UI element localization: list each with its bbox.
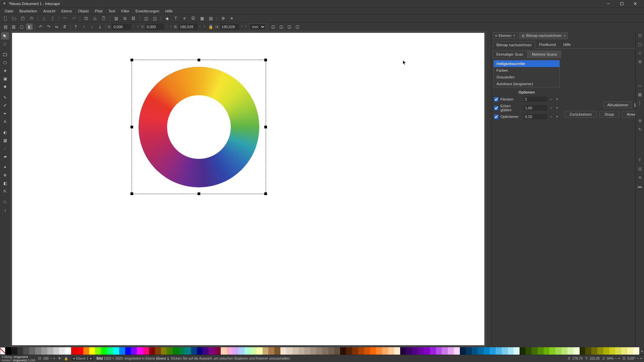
handle-tl[interactable] xyxy=(130,59,133,61)
color-swatch[interactable] xyxy=(526,347,532,355)
w-input[interactable] xyxy=(179,24,198,30)
menu-view[interactable]: Ansicht xyxy=(41,8,58,14)
color-swatch[interactable] xyxy=(358,347,364,355)
menu-text[interactable]: Text xyxy=(106,8,118,14)
color-swatch[interactable] xyxy=(95,347,101,355)
minus-icon[interactable]: − xyxy=(549,97,553,102)
snap-grid-icon[interactable]: ▦ xyxy=(637,91,643,98)
color-swatch[interactable] xyxy=(454,347,460,355)
color-swatch[interactable] xyxy=(155,347,161,355)
undo-icon[interactable] xyxy=(62,15,68,22)
snap-guide-icon[interactable]: │ xyxy=(637,100,643,107)
eraser-tool-icon[interactable]: ◧ xyxy=(1,180,9,187)
color-swatch[interactable] xyxy=(484,347,490,355)
color-swatch[interactable] xyxy=(328,347,334,355)
color-swatch[interactable] xyxy=(568,347,574,355)
export-icon[interactable] xyxy=(49,15,56,22)
snap-bbox-icon[interactable]: ▢ xyxy=(637,41,643,48)
color-swatch[interactable] xyxy=(520,347,526,355)
color-swatch[interactable] xyxy=(418,347,424,355)
zoom-minus[interactable]: − xyxy=(615,357,617,360)
subtab-trace[interactable]: Bitmap nachzeichnen xyxy=(493,41,535,49)
color-swatch[interactable] xyxy=(574,347,580,355)
paste-icon[interactable] xyxy=(100,15,107,22)
w-minus[interactable]: − xyxy=(199,25,202,28)
color-swatch[interactable] xyxy=(538,347,544,355)
star-tool-icon[interactable]: ★ xyxy=(1,67,9,74)
opt-optimize-check[interactable] xyxy=(494,115,498,119)
color-swatch[interactable] xyxy=(585,347,591,355)
y-plus[interactable]: + xyxy=(169,25,173,28)
color-swatch[interactable] xyxy=(77,347,83,355)
color-swatch[interactable] xyxy=(251,347,257,355)
snap-page-icon[interactable]: ▭ xyxy=(637,82,643,89)
color-swatch[interactable] xyxy=(263,347,269,355)
palette-menu-icon[interactable]: ◂ xyxy=(639,347,644,355)
snap-intersect-icon[interactable]: ✕ xyxy=(637,174,643,181)
color-swatch[interactable] xyxy=(316,347,322,355)
rotation-value[interactable]: 0,00° xyxy=(628,357,635,360)
new-doc-icon[interactable] xyxy=(2,15,9,22)
calligraphy-tool-icon[interactable]: ✒ xyxy=(1,110,9,117)
snap-center-icon[interactable]: ⊕ xyxy=(637,117,643,124)
color-swatch[interactable] xyxy=(580,347,586,355)
no-color-swatch[interactable] xyxy=(0,347,5,355)
y-input[interactable] xyxy=(145,24,164,30)
snap-other-icon[interactable]: ⊞ xyxy=(637,58,643,65)
dropper-tool-icon[interactable]: ⟋ xyxy=(1,145,9,152)
color-swatch[interactable] xyxy=(221,347,227,355)
color-swatch[interactable] xyxy=(430,347,436,355)
trace-mode-dropdown[interactable]: Helligkeitsschritte Farben Graustufen Au… xyxy=(493,60,560,87)
color-swatch[interactable] xyxy=(245,347,251,355)
color-swatch[interactable] xyxy=(197,347,203,355)
color-swatch[interactable] xyxy=(490,347,496,355)
menu-filters[interactable]: Filter xyxy=(118,8,132,14)
color-swatch[interactable] xyxy=(466,347,472,355)
connector-tool-icon[interactable]: ⇱ xyxy=(1,188,9,195)
color-swatch[interactable] xyxy=(83,347,89,355)
scantab-multi[interactable]: Mehrere Scans xyxy=(528,51,561,58)
color-swatch[interactable] xyxy=(292,347,299,355)
color-swatch[interactable] xyxy=(113,347,119,355)
color-swatch[interactable] xyxy=(203,347,209,355)
toggle-select-icon[interactable]: ◧ xyxy=(26,23,33,30)
color-swatch[interactable] xyxy=(496,347,502,355)
color-swatch[interactable] xyxy=(304,347,310,355)
color-swatch[interactable] xyxy=(609,347,615,355)
color-swatch[interactable] xyxy=(89,347,95,355)
y-minus[interactable]: − xyxy=(165,25,168,28)
selection-box[interactable] xyxy=(131,60,266,194)
color-swatch[interactable] xyxy=(29,347,35,355)
color-swatch[interactable] xyxy=(615,347,621,355)
menu-path[interactable]: Pfad xyxy=(92,8,105,14)
handle-br[interactable] xyxy=(264,192,267,195)
xml-dialog-icon[interactable]: ⦿ xyxy=(190,15,197,22)
cut-icon[interactable] xyxy=(92,15,98,22)
h-minus[interactable]: − xyxy=(240,25,244,28)
mesh-tool-icon[interactable]: ▦ xyxy=(1,137,9,144)
dock-tab-trace[interactable]: ◎ Bitmap nachzeichnen × xyxy=(519,32,568,39)
x-input[interactable] xyxy=(112,24,131,30)
move-patterns-icon[interactable]: ◫ xyxy=(294,23,301,30)
copy-icon[interactable] xyxy=(83,15,90,22)
color-swatch[interactable] xyxy=(412,347,418,355)
menu-edit[interactable]: Bearbeiten xyxy=(17,8,40,14)
color-swatch[interactable] xyxy=(472,347,478,355)
mode-autotrace[interactable]: Autotrace (langsamer) xyxy=(494,80,559,87)
color-swatch[interactable] xyxy=(424,347,430,355)
move-gradients-icon[interactable]: ◫ xyxy=(286,23,293,30)
color-swatch[interactable] xyxy=(125,347,131,355)
snap-midpoint-icon[interactable]: ⊟ xyxy=(637,166,643,172)
color-swatch[interactable] xyxy=(257,347,263,355)
fill-stroke-icon[interactable]: ◆ xyxy=(164,15,170,22)
color-swatch[interactable] xyxy=(101,347,107,355)
flip-h-icon[interactable]: ⇋ xyxy=(53,23,60,30)
spiral-tool-icon[interactable]: ✹ xyxy=(1,83,9,90)
close-button[interactable] xyxy=(629,0,642,7)
save-icon[interactable] xyxy=(19,15,26,22)
color-swatch[interactable] xyxy=(227,347,233,355)
plus-icon[interactable]: + xyxy=(555,97,559,102)
color-swatch[interactable] xyxy=(544,347,550,355)
measure-tool-icon[interactable]: ⟊ xyxy=(1,206,9,214)
dock-tab-layers[interactable]: ≡ Ebenen × xyxy=(493,32,518,39)
